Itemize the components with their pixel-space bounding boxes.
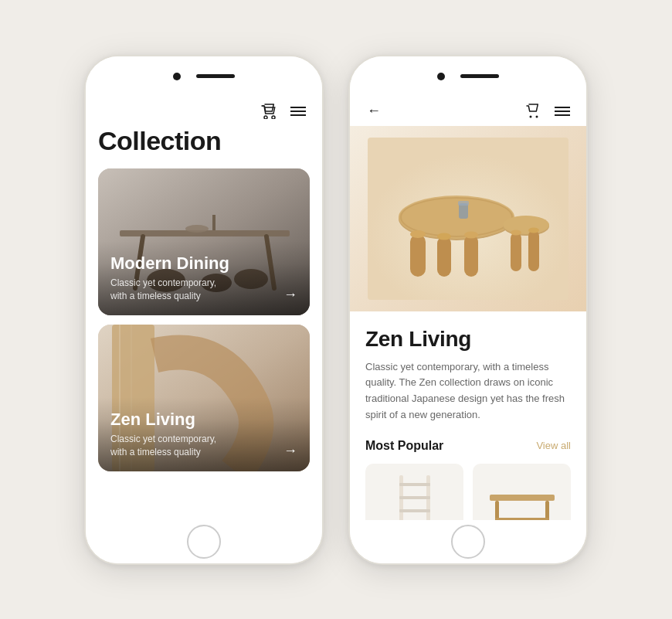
speaker-bar-2 <box>460 74 499 78</box>
svg-rect-29 <box>464 235 478 277</box>
product-hero <box>350 126 586 311</box>
toolbar-left: ← <box>365 103 382 120</box>
svg-point-30 <box>464 231 478 238</box>
phone-1: Collection <box>84 55 324 565</box>
camera-dot <box>173 73 181 80</box>
svg-rect-38 <box>458 201 469 206</box>
product-info: Zen Living Classic yet contemporary, wit… <box>350 311 586 520</box>
cart-icon-2[interactable] <box>524 103 541 120</box>
zen-living-title: Zen Living <box>110 410 297 430</box>
zen-living-subtitle: Classic yet contemporary,with a timeless… <box>110 433 297 459</box>
zen-living-card[interactable]: Zen Living Classic yet contemporary,with… <box>98 325 310 471</box>
svg-rect-41 <box>399 483 430 486</box>
modern-dining-title: Modern Dining <box>110 253 297 274</box>
phone-1-bottom <box>86 520 322 563</box>
speaker-bar <box>196 74 235 78</box>
svg-rect-42 <box>399 496 430 499</box>
menu-icon-2[interactable] <box>554 103 571 120</box>
product-thumb-1[interactable] <box>365 464 463 520</box>
svg-point-10 <box>185 225 209 233</box>
modern-dining-overlay: Modern Dining Classic yet contemporary,w… <box>98 241 310 315</box>
product-grid <box>365 464 571 520</box>
modern-dining-card[interactable]: Modern Dining Classic yet contemporary,w… <box>98 168 310 315</box>
svg-point-32 <box>503 216 549 234</box>
svg-rect-33 <box>511 233 521 271</box>
svg-rect-27 <box>437 236 451 277</box>
svg-rect-47 <box>545 501 549 520</box>
product-description: Classic yet contemporary, with a timeles… <box>365 359 571 423</box>
home-button-2[interactable] <box>451 525 485 559</box>
phone-2-bottom <box>350 520 586 563</box>
page-title: Collection <box>98 126 310 156</box>
product-hero-inner <box>350 126 586 311</box>
most-popular-header: Most Popular View all <box>365 439 571 453</box>
menu-icon[interactable] <box>290 103 307 120</box>
phone-2-toolbar: ← <box>350 97 586 126</box>
svg-point-17 <box>536 115 538 117</box>
phone-1-screen: Collection <box>86 97 322 520</box>
svg-rect-25 <box>410 234 426 277</box>
phone-2-screen: ← <box>350 97 586 520</box>
product-name: Zen Living <box>365 327 571 352</box>
svg-point-36 <box>528 227 539 233</box>
phone-1-top <box>86 56 322 97</box>
collection-content: Collection <box>86 126 322 520</box>
svg-rect-45 <box>490 495 555 501</box>
svg-point-28 <box>437 233 451 240</box>
svg-rect-46 <box>495 501 499 520</box>
svg-point-26 <box>410 230 426 238</box>
svg-rect-35 <box>528 230 539 271</box>
svg-point-34 <box>511 230 521 235</box>
svg-point-16 <box>530 115 532 117</box>
svg-rect-11 <box>212 215 216 230</box>
most-popular-title: Most Popular <box>365 439 443 453</box>
toolbar-right <box>524 103 571 120</box>
phone-2: ← <box>348 55 588 565</box>
phone-2-top <box>350 56 586 97</box>
phone-1-toolbar <box>86 97 322 126</box>
back-button[interactable]: ← <box>365 103 382 120</box>
camera-dot-2 <box>437 73 445 80</box>
cart-icon[interactable] <box>260 103 277 120</box>
svg-rect-43 <box>399 509 430 512</box>
view-all-button[interactable]: View all <box>536 440 571 451</box>
modern-dining-arrow: → <box>283 287 297 303</box>
product-thumb-2[interactable] <box>473 464 571 520</box>
home-button-1[interactable] <box>187 525 221 559</box>
modern-dining-subtitle: Classic yet contemporary,with a timeless… <box>110 277 297 303</box>
zen-living-arrow: → <box>283 443 297 459</box>
zen-living-overlay: Zen Living Classic yet contemporary,with… <box>98 397 310 471</box>
